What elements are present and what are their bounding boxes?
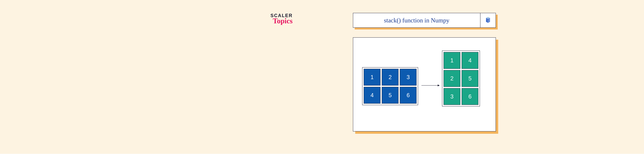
array-cell: 4 (364, 87, 380, 104)
title-text: stack() function in Numpy (353, 17, 480, 24)
input-array: 1 2 3 4 5 6 (362, 67, 418, 105)
logo-line-2: Topics (273, 17, 293, 25)
diagram-container: 1 2 3 4 5 6 1 4 2 5 3 6 (353, 37, 496, 132)
title-box: stack() function in Numpy (353, 13, 496, 28)
array-cell: 2 (444, 70, 460, 87)
array-cell: 6 (462, 88, 478, 105)
array-cell: 2 (382, 69, 398, 86)
array-cell: 3 (444, 88, 460, 105)
output-array: 1 4 2 5 3 6 (442, 50, 480, 106)
array-cell: 3 (400, 69, 416, 86)
array-cell: 1 (444, 52, 460, 69)
title-icon-cell (480, 13, 496, 28)
scaler-topics-logo: SCALER Topics (270, 13, 293, 25)
numpy-logo-icon (484, 16, 492, 24)
array-cell: 6 (400, 87, 416, 104)
title-container: stack() function in Numpy (353, 13, 496, 28)
array-cell: 5 (462, 70, 478, 87)
array-cell: 4 (462, 52, 478, 69)
diagram-box: 1 2 3 4 5 6 1 4 2 5 3 6 (353, 37, 496, 132)
arrow-icon (422, 85, 440, 86)
array-cell: 1 (364, 69, 380, 86)
array-cell: 5 (382, 87, 398, 104)
